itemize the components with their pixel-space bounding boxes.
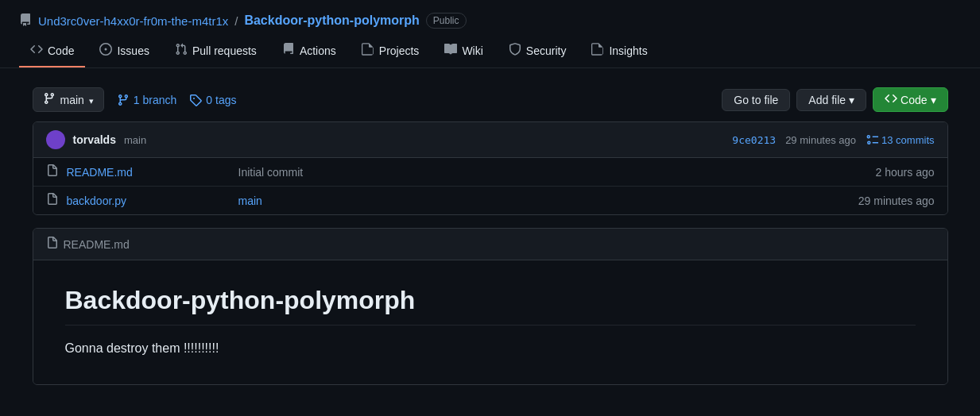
file-name-1[interactable]: backdoor.py	[67, 195, 226, 207]
security-icon	[509, 43, 521, 58]
nav-item-code[interactable]: Code	[19, 35, 85, 67]
branches-link[interactable]: 1 branch	[117, 94, 176, 106]
repo-name[interactable]: Backdoor-python-polymorph	[244, 13, 419, 28]
repo-icon	[19, 13, 32, 29]
readme-file-icon	[46, 237, 59, 252]
file-icon	[46, 164, 59, 179]
commit-sha[interactable]: 9ce0213	[732, 134, 776, 146]
commit-header: torvalds main 9ce0213 29 minutes ago 13 …	[33, 122, 947, 158]
nav-issues-label: Issues	[117, 44, 149, 57]
commit-time: 29 minutes ago	[785, 134, 856, 146]
separator: /	[234, 14, 238, 28]
file-name-0[interactable]: README.md	[67, 166, 226, 179]
repo-owner[interactable]: Und3rc0ver-h4xx0r-fr0m-the-m4tr1x	[38, 14, 228, 28]
avatar	[46, 130, 65, 149]
go-to-file-button[interactable]: Go to file	[722, 89, 790, 111]
issues-icon	[99, 43, 112, 58]
repo-header: Und3rc0ver-h4xx0r-fr0m-the-m4tr1x / Back…	[0, 0, 980, 29]
commit-header-left: torvalds main	[46, 130, 147, 149]
branch-toolbar: main 1 branch 0 tags Go to file Add file	[33, 87, 948, 112]
branch-toolbar-right: Go to file Add file ▾ Code ▾	[722, 87, 947, 112]
code-button-label: Code	[901, 94, 927, 106]
readme-filename: README.md	[64, 238, 130, 251]
nav-item-actions[interactable]: Actions	[271, 35, 347, 67]
tags-count-label: 0 tags	[206, 94, 236, 106]
readme-header: README.md	[33, 229, 947, 260]
readme-box: README.md Backdoor-python-polymorph Gonn…	[33, 228, 948, 385]
nav-projects-label: Projects	[379, 44, 420, 57]
pr-icon	[175, 43, 188, 58]
branch-name: main	[60, 94, 84, 106]
file-commit-msg-1: main	[226, 195, 855, 207]
wiki-icon	[444, 43, 457, 58]
tags-link[interactable]: 0 tags	[189, 94, 236, 106]
branch-meta: 1 branch 0 tags	[117, 94, 237, 106]
readme-description: Gonna destroy them !!!!!!!!!!	[65, 338, 916, 359]
code-button-icon	[885, 92, 897, 107]
add-file-button[interactable]: Add file ▾	[796, 89, 866, 111]
repo-nav: Code Issues Pull requests Actions Projec…	[0, 35, 980, 68]
branch-toolbar-left: main 1 branch 0 tags	[33, 87, 237, 112]
file-icon	[46, 193, 59, 208]
nav-pr-label: Pull requests	[192, 44, 257, 57]
file-commit-msg-0: Initial commit	[226, 166, 855, 179]
code-button[interactable]: Code ▾	[873, 87, 947, 112]
nav-insights-label: Insights	[609, 44, 647, 57]
nav-item-pull-requests[interactable]: Pull requests	[164, 35, 268, 67]
code-icon	[30, 43, 43, 58]
add-file-label: Add file	[808, 94, 846, 106]
branches-count-label: 1 branch	[134, 94, 176, 106]
projects-icon	[362, 43, 374, 58]
nav-item-wiki[interactable]: Wiki	[433, 35, 494, 67]
file-table: torvalds main 9ce0213 29 minutes ago 13 …	[33, 121, 948, 215]
nav-item-projects[interactable]: Projects	[351, 35, 431, 67]
commits-count: 13 commits	[881, 134, 934, 146]
actions-icon	[282, 43, 295, 58]
go-to-file-label: Go to file	[734, 94, 778, 106]
nav-item-insights[interactable]: Insights	[580, 35, 658, 67]
file-row: README.md Initial commit 2 hours ago	[33, 158, 947, 187]
readme-title: Backdoor-python-polymorph	[65, 286, 916, 325]
svg-point-0	[52, 133, 59, 140]
branch-selector[interactable]: main	[33, 87, 104, 112]
visibility-badge: Public	[426, 13, 467, 29]
nav-actions-label: Actions	[300, 44, 336, 57]
commits-link[interactable]: 13 commits	[866, 133, 934, 146]
readme-content: Backdoor-python-polymorph Gonna destroy …	[33, 260, 947, 384]
branch-chevron-icon	[89, 94, 94, 106]
add-file-chevron-icon: ▾	[849, 94, 854, 106]
insights-icon	[591, 43, 604, 58]
code-button-chevron-icon: ▾	[931, 94, 936, 106]
commit-branch: main	[124, 134, 146, 146]
commit-header-right: 9ce0213 29 minutes ago 13 commits	[732, 133, 934, 146]
nav-wiki-label: Wiki	[462, 44, 482, 57]
nav-code-label: Code	[48, 44, 74, 57]
file-time-1: 29 minutes ago	[855, 195, 935, 207]
file-row: backdoor.py main 29 minutes ago	[33, 187, 947, 214]
commit-author[interactable]: torvalds	[73, 133, 116, 146]
nav-security-label: Security	[526, 44, 567, 57]
branch-selector-icon	[43, 92, 56, 107]
nav-item-issues[interactable]: Issues	[88, 35, 160, 67]
file-time-0: 2 hours ago	[855, 166, 935, 179]
main-content: main 1 branch 0 tags Go to file Add file	[14, 68, 967, 404]
file-commit-branch-link[interactable]: main	[238, 195, 262, 207]
nav-item-security[interactable]: Security	[498, 35, 578, 67]
